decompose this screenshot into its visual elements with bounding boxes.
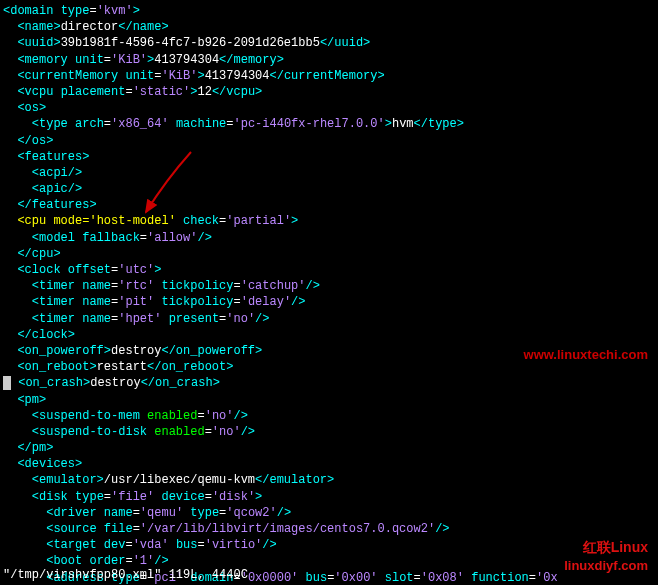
xml-line: <suspend-to-mem enabled='no'/>: [3, 408, 655, 424]
xml-line: <acpi/>: [3, 165, 655, 181]
xml-line: <features>: [3, 149, 655, 165]
xml-line: <model fallback='allow'/>: [3, 230, 655, 246]
xml-line: <pm>: [3, 392, 655, 408]
xml-line: <devices>: [3, 456, 655, 472]
xml-line: </os>: [3, 133, 655, 149]
xml-line: <target dev='vda' bus='virtio'/>: [3, 537, 655, 553]
xml-line: <currentMemory unit='KiB'>413794304</cur…: [3, 68, 655, 84]
xml-line: </clock>: [3, 327, 655, 343]
xml-line: </cpu>: [3, 246, 655, 262]
xml-line: <vcpu placement='static'>12</vcpu>: [3, 84, 655, 100]
xml-line: <name>director</name>: [3, 19, 655, 35]
xml-line: </pm>: [3, 440, 655, 456]
xml-line: <domain type='kvm'>: [3, 3, 655, 19]
cursor-icon: [3, 376, 11, 390]
xml-line: <source file='/var/lib/libvirt/images/ce…: [3, 521, 655, 537]
watermark-linuxtechi: www.linuxtechi.com: [524, 346, 648, 364]
xml-line: <timer name='hpet' present='no'/>: [3, 311, 655, 327]
xml-line: <timer name='pit' tickpolicy='delay'/>: [3, 294, 655, 310]
xml-line: <os>: [3, 100, 655, 116]
watermark-honglian: 红联Linux: [583, 538, 648, 557]
xml-line: <memory unit='KiB'>413794304</memory>: [3, 52, 655, 68]
xml-line-cursor: <on_crash>destroy</on_crash>: [3, 375, 655, 391]
xml-line: <suspend-to-disk enabled='no'/>: [3, 424, 655, 440]
xml-line: <driver name='qemu' type='qcow2'/>: [3, 505, 655, 521]
xml-line: <uuid>39b1981f-4596-4fc7-b926-2091d26e1b…: [3, 35, 655, 51]
xml-line: <apic/>: [3, 181, 655, 197]
xml-line: <emulator>/usr/libexec/qemu-kvm</emulato…: [3, 472, 655, 488]
terminal-editor[interactable]: <domain type='kvm'> <name>director</name…: [3, 3, 655, 585]
vim-status-line: "/tmp/virshvfpp80.xml" 119L, 4440C: [3, 567, 248, 583]
xml-line: <timer name='rtc' tickpolicy='catchup'/>: [3, 278, 655, 294]
xml-line: <clock offset='utc'>: [3, 262, 655, 278]
watermark-linuxdiyf: linuxdiyf.com: [564, 557, 648, 575]
xml-line: </features>: [3, 197, 655, 213]
xml-line: <disk type='file' device='disk'>: [3, 489, 655, 505]
xml-line: <type arch='x86_64' machine='pc-i440fx-r…: [3, 116, 655, 132]
xml-line-highlighted: <cpu mode='host-model' check='partial'>: [3, 213, 655, 229]
